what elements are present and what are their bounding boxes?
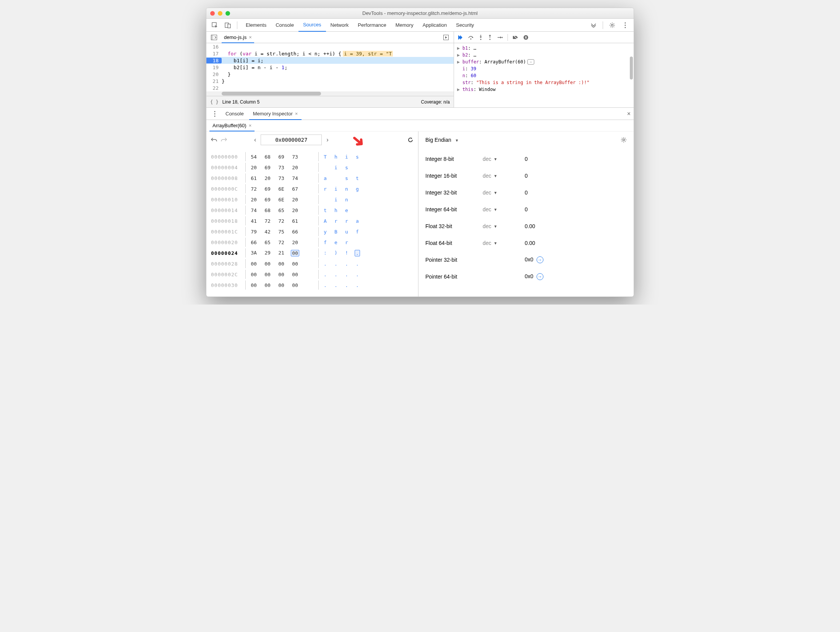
ascii-byte[interactable] <box>355 240 360 245</box>
close-icon[interactable]: × <box>249 123 252 128</box>
ascii-byte[interactable]: . <box>344 261 349 267</box>
ascii-byte[interactable]: B <box>333 229 339 235</box>
hex-row[interactable]: 0000001020696E20 in <box>211 194 414 205</box>
ascii-byte[interactable]: f <box>323 240 328 245</box>
scope-variable-row[interactable]: i: 39 <box>457 65 631 72</box>
hex-row[interactable]: 0000001841727261Arra <box>211 216 414 226</box>
ascii-byte[interactable] <box>355 197 360 203</box>
ascii-byte[interactable]: n <box>344 197 349 203</box>
format-dropdown[interactable]: dec▼ <box>483 173 525 179</box>
hex-byte[interactable]: 20 <box>291 240 299 245</box>
hex-row[interactable]: 0000000861207374a st <box>211 173 414 183</box>
more-tabs-icon[interactable] <box>588 20 599 30</box>
hex-row[interactable]: 0000003000000000.... <box>211 280 414 290</box>
hex-byte[interactable]: 73 <box>277 175 285 181</box>
ascii-byte[interactable]: e <box>344 207 349 213</box>
inspect-element-icon[interactable] <box>209 20 220 30</box>
ascii-byte[interactable]: r <box>333 218 339 224</box>
code-line[interactable]: 22 <box>206 84 454 91</box>
file-tab-demo-js[interactable]: demo-js.js × <box>222 32 254 43</box>
hex-byte[interactable]: 00 <box>291 272 299 277</box>
ascii-byte[interactable]: h <box>333 207 339 213</box>
ascii-byte[interactable]: t <box>355 175 360 181</box>
hex-byte[interactable]: 61 <box>250 175 258 181</box>
hex-byte[interactable]: 65 <box>277 207 285 213</box>
hex-byte[interactable]: 79 <box>250 229 258 235</box>
hex-byte[interactable]: 69 <box>263 197 272 203</box>
hex-row[interactable]: 0000001474686520the <box>211 205 414 216</box>
hex-byte[interactable]: 67 <box>291 186 299 192</box>
code-line[interactable]: 19 b2[i] = n - i - 1; <box>206 64 454 71</box>
scrollbar-thumb[interactable] <box>630 57 633 79</box>
ascii-byte[interactable]: y <box>323 229 328 235</box>
hex-byte[interactable]: 69 <box>263 186 272 192</box>
pretty-print-icon[interactable]: { } <box>210 99 219 105</box>
hex-byte[interactable]: 00 <box>277 282 285 288</box>
ascii-byte[interactable]: a <box>323 175 328 181</box>
close-icon[interactable]: × <box>249 34 252 40</box>
minimize-window-icon[interactable] <box>218 11 222 16</box>
ascii-byte[interactable]: . <box>333 282 339 288</box>
ascii-byte[interactable]: i <box>333 165 339 170</box>
ascii-byte[interactable]: s <box>344 165 349 170</box>
ascii-byte[interactable]: . <box>355 250 360 256</box>
step-out-icon[interactable] <box>488 34 492 41</box>
ascii-byte[interactable]: s <box>355 154 360 160</box>
hex-byte[interactable]: 00 <box>250 272 258 277</box>
ascii-byte[interactable]: a <box>355 218 360 224</box>
hex-byte[interactable]: 29 <box>263 250 272 256</box>
hex-byte[interactable]: 65 <box>263 240 272 245</box>
ascii-byte[interactable]: t <box>323 207 328 213</box>
code-line[interactable]: 16 <box>206 43 454 50</box>
ascii-byte[interactable]: : <box>323 250 328 256</box>
line-number[interactable]: 21 <box>206 78 222 84</box>
drawer-tab-console[interactable]: Console <box>222 108 248 120</box>
device-toolbar-icon[interactable] <box>222 20 233 30</box>
ascii-byte[interactable] <box>355 165 360 170</box>
ascii-byte[interactable]: . <box>355 261 360 267</box>
hex-byte[interactable]: 00 <box>250 261 258 267</box>
hex-row[interactable]: 0000000420697320 is <box>211 162 414 173</box>
scope-variable-row[interactable]: n: 60 <box>457 72 631 79</box>
ascii-byte[interactable]: e <box>333 240 339 245</box>
ascii-byte[interactable] <box>323 165 328 170</box>
hex-row[interactable]: 0000000054686973This <box>211 151 414 162</box>
navigator-toggle-icon[interactable] <box>209 32 219 42</box>
ascii-byte[interactable]: s <box>344 175 349 181</box>
ascii-byte[interactable]: . <box>355 272 360 277</box>
hex-row[interactable]: 0000000C72696E67ring <box>211 183 414 194</box>
ascii-byte[interactable]: i <box>333 186 339 192</box>
ascii-byte[interactable] <box>323 197 328 203</box>
close-drawer-icon[interactable]: × <box>627 110 631 117</box>
breakpoint-gutter[interactable]: 18 <box>206 58 222 63</box>
hex-byte[interactable]: 73 <box>277 165 285 170</box>
hex-byte[interactable]: 75 <box>277 229 285 235</box>
hex-byte[interactable]: 3A <box>250 250 258 256</box>
redo-icon[interactable] <box>221 137 227 143</box>
ascii-byte[interactable]: i <box>333 197 339 203</box>
ascii-byte[interactable]: i <box>344 154 349 160</box>
line-number[interactable]: 19 <box>206 65 222 70</box>
hex-byte[interactable]: 00 <box>277 272 285 277</box>
hex-byte[interactable]: 74 <box>250 207 258 213</box>
hex-row[interactable]: 0000001C79427566yBuf <box>211 226 414 237</box>
line-number[interactable]: 16 <box>206 44 222 50</box>
format-dropdown[interactable]: dec▼ <box>483 223 525 229</box>
ascii-byte[interactable]: h <box>333 154 339 160</box>
more-file-options-icon[interactable] <box>441 32 451 42</box>
hex-byte[interactable]: 00 <box>277 261 285 267</box>
hex-byte[interactable]: 69 <box>263 165 272 170</box>
hex-byte[interactable]: 20 <box>291 207 299 213</box>
tab-network[interactable]: Network <box>326 19 354 32</box>
hex-byte[interactable]: 66 <box>250 240 258 245</box>
line-number[interactable]: 17 <box>206 51 222 57</box>
hex-byte[interactable]: 74 <box>291 175 299 181</box>
hex-row[interactable]: 0000002800000000.... <box>211 258 414 269</box>
ascii-byte[interactable]: r <box>344 218 349 224</box>
hex-byte[interactable]: 00 <box>291 250 299 256</box>
format-dropdown[interactable]: dec▼ <box>483 190 525 196</box>
horizontal-scrollbar[interactable] <box>206 91 454 96</box>
prev-page-icon[interactable]: ‹ <box>252 136 258 143</box>
hex-byte[interactable]: 68 <box>263 207 272 213</box>
line-number[interactable]: 20 <box>206 71 222 77</box>
